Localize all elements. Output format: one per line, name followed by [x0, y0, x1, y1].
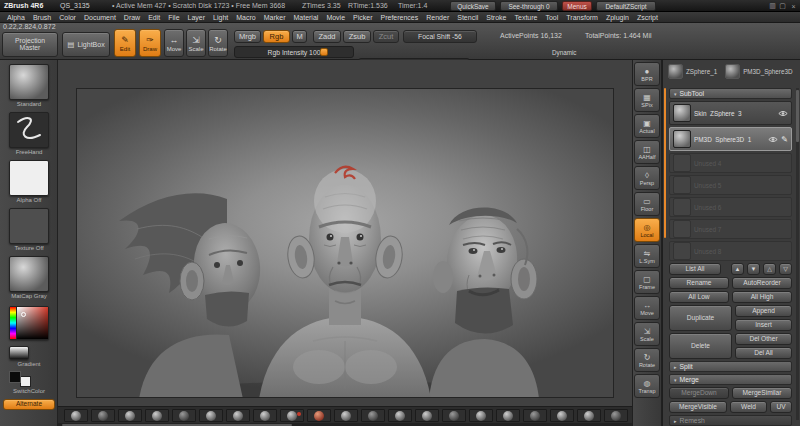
m-button[interactable]: M [292, 30, 307, 43]
auto-reorder-button[interactable]: AutoReorder [732, 277, 792, 289]
insert-button[interactable]: Insert [735, 319, 792, 331]
menu-item[interactable]: Macro [232, 14, 259, 21]
subtool-item[interactable]: Unused 8 ✎ [669, 241, 792, 261]
alternate-button[interactable]: Alternate [3, 399, 55, 410]
merge-section-header[interactable]: Merge [669, 374, 792, 385]
tray-thumbnail[interactable] [604, 409, 628, 422]
menu-item[interactable]: Marker [260, 14, 290, 21]
merge-visible-button[interactable]: MergeVisible [669, 401, 727, 413]
tray-thumbnail[interactable] [361, 409, 385, 422]
tray-thumbnail[interactable] [496, 409, 520, 422]
tray-thumbnail[interactable] [145, 409, 169, 422]
panel-scrollbar[interactable] [796, 88, 799, 420]
default-zscript-button[interactable]: DefaultZScript [596, 1, 656, 11]
subtool-section-header[interactable]: SubTool [669, 88, 792, 99]
menu-item[interactable]: Document [80, 14, 120, 21]
mrgb-button[interactable]: Mrgb [234, 30, 261, 43]
tray-thumbnail[interactable] [199, 409, 223, 422]
subtool-move-down-button[interactable]: ▽ [779, 263, 792, 275]
tray-thumbnail[interactable] [388, 409, 412, 422]
zsub-button[interactable]: Zsub [343, 30, 371, 43]
menu-item[interactable]: Picker [349, 14, 376, 21]
dynamic-label[interactable]: Dynamic [552, 49, 577, 56]
color-picker[interactable] [9, 306, 49, 340]
menu-item[interactable]: Texture [510, 14, 541, 21]
del-other-button[interactable]: Del Other [735, 333, 792, 345]
tray-thumbnail[interactable] [253, 409, 277, 422]
draw-mode-button[interactable]: ✑ Draw [139, 29, 161, 57]
lightbox-button[interactable]: ▤ LightBox [62, 32, 110, 57]
list-all-button[interactable]: List All [669, 263, 721, 275]
right-shelf-button[interactable]: ◎ Local [634, 218, 660, 242]
palette-scroll-indicator[interactable] [664, 88, 666, 238]
current-stroke-thumbnail[interactable] [9, 112, 49, 148]
tray-thumbnail[interactable] [118, 409, 142, 422]
tray-thumbnail[interactable] [334, 409, 358, 422]
menu-item[interactable]: Transform [562, 14, 602, 21]
tray-thumbnail[interactable] [64, 409, 88, 422]
right-shelf-button[interactable]: ▢ Frame [634, 270, 660, 294]
right-shelf-button[interactable]: ▦ SPix [634, 88, 660, 112]
saturation-square[interactable] [17, 307, 48, 339]
tool-tab[interactable]: ZSphere_1 [668, 64, 717, 79]
merge-down-button[interactable]: MergeDown [669, 387, 729, 399]
menu-item[interactable]: Edit [144, 14, 164, 21]
menu-item[interactable]: Alpha [3, 14, 29, 21]
rename-button[interactable]: Rename [669, 277, 729, 289]
menu-item[interactable]: Movie [322, 14, 349, 21]
document-viewport[interactable] [76, 88, 614, 398]
menu-item[interactable]: File [164, 14, 183, 21]
merge-similar-button[interactable]: MergeSimilar [732, 387, 792, 399]
menu-item[interactable]: Draw [120, 14, 144, 21]
menu-item[interactable]: Tool [541, 14, 562, 21]
tray-thumbnail[interactable] [280, 409, 304, 422]
split-section-header[interactable]: Split [669, 361, 792, 372]
current-brush-thumbnail[interactable] [9, 64, 49, 100]
close-icon[interactable]: × [789, 1, 798, 11]
tray-thumbnail[interactable] [226, 409, 250, 422]
menus-button[interactable]: Menus [562, 1, 592, 11]
rgb-button[interactable]: Rgb [263, 30, 290, 43]
canvas-area[interactable] [58, 60, 632, 406]
quicksave-button[interactable]: QuickSave [450, 1, 496, 11]
menu-item[interactable]: Color [55, 14, 80, 21]
menu-item[interactable]: Render [422, 14, 453, 21]
tray-thumbnail[interactable] [415, 409, 439, 422]
menu-item[interactable]: Light [209, 14, 232, 21]
right-shelf-button[interactable]: ⇲ Scale [634, 322, 660, 346]
right-shelf-button[interactable]: ◊ Persp [634, 166, 660, 190]
subtool-item[interactable]: Skin_ZSphere_3 ✎ [669, 101, 792, 125]
rgb-intensity-slider[interactable]: Rgb Intensity 100 [234, 46, 354, 58]
tray-thumbnail[interactable] [577, 409, 601, 422]
tray-thumbnail[interactable] [91, 409, 115, 422]
subtool-item[interactable]: Unused 5 ✎ [669, 175, 792, 195]
append-button[interactable]: Append [735, 305, 792, 317]
menu-item[interactable]: Zscript [633, 14, 662, 21]
tray-thumbnail[interactable] [469, 409, 493, 422]
menu-item[interactable]: Preferences [377, 14, 423, 21]
window-pane-icon[interactable]: ▢ [778, 1, 787, 11]
menu-item[interactable]: Layer [184, 14, 210, 21]
subtool-item[interactable]: Unused 7 ✎ [669, 219, 792, 239]
hue-bar[interactable] [10, 307, 16, 339]
right-shelf-button[interactable]: ▭ Floor [634, 192, 660, 216]
right-shelf-button[interactable]: ↔ Move [634, 296, 660, 320]
projection-master-button[interactable]: Projection Master [2, 32, 58, 57]
tray-thumbnail[interactable] [307, 409, 331, 422]
subtool-item[interactable]: PM3D_Sphere3D_1 ✎ [669, 127, 792, 151]
menu-item[interactable]: Stroke [482, 14, 510, 21]
menu-item[interactable]: Stencil [453, 14, 482, 21]
weld-button[interactable]: Weld [730, 401, 767, 413]
del-all-button[interactable]: Del All [735, 347, 792, 359]
rotate-mode-button[interactable]: ↻ Rotate [208, 29, 228, 57]
tool-tab[interactable]: PM3D_Sphere3D [725, 64, 792, 79]
current-alpha-thumbnail[interactable] [9, 160, 49, 196]
switch-color-control[interactable] [9, 371, 31, 387]
menu-item[interactable]: Zplugin [602, 14, 633, 21]
delete-button[interactable]: Delete [669, 333, 732, 359]
subtool-move-up-button[interactable]: △ [763, 263, 776, 275]
edit-mode-button[interactable]: ✎ Edit [114, 29, 136, 57]
right-shelf-button[interactable]: ◫ AAHalf [634, 140, 660, 164]
zcut-button[interactable]: Zcut [373, 30, 399, 43]
duplicate-button[interactable]: Duplicate [669, 305, 732, 331]
